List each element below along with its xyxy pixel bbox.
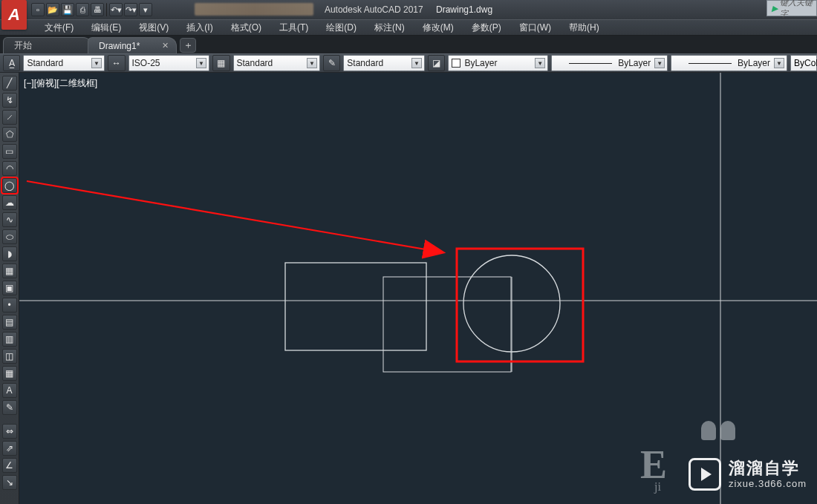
mleader-style-dropdown[interactable]: Standard ▼ [343,55,425,71]
tool-polygon[interactable]: ⬠ [2,127,17,142]
qat-open-icon[interactable]: 📂 [46,3,59,16]
linetype-dropdown[interactable]: ByLayer ▼ [551,55,668,71]
menu-modify[interactable]: 修改(M) [414,20,463,35]
menu-edit[interactable]: 编辑(E) [82,20,130,35]
tab-drawing1[interactable]: Drawing1* ✕ [88,37,177,53]
tab-label: Drawing1* [99,41,140,51]
qat-new-icon[interactable]: ▫ [31,3,45,16]
svg-rect-3 [383,277,511,372]
qat-more-icon[interactable]: ▾ [139,3,152,16]
tool-block-create[interactable]: ▣ [2,281,17,295]
drawing-svg [19,73,817,504]
tool-leader[interactable]: ↘ [2,475,17,490]
chevron-down-icon: ▼ [196,58,206,68]
menu-draw[interactable]: 绘图(D) [317,20,365,35]
close-icon[interactable]: ✕ [162,41,169,50]
app-name: Autodesk AutoCAD 2017 [325,4,423,15]
linetype-value: ByLayer [618,58,651,68]
tool-ellipse-arc[interactable]: ◗ [2,246,17,261]
tool-table[interactable]: ▦ [2,366,17,381]
tab-label: 开始 [14,39,32,52]
tool-hatch[interactable]: ▤ [2,315,17,330]
tool-circle[interactable]: ◯ [2,178,17,193]
mleader-style-value: Standard [347,58,383,68]
tool-distance[interactable]: ⇔ [2,424,17,439]
svg-line-7 [27,181,443,252]
window-title: Autodesk AutoCAD 2017 Drawing1.dwg [325,4,492,15]
menu-parametric[interactable]: 参数(P) [463,20,510,35]
qat-undo-icon[interactable]: ↶▾ [109,3,123,16]
tool-line[interactable]: ╱ [2,76,17,91]
text-style-icon[interactable]: A̲ [3,55,20,71]
lineweight-dropdown[interactable]: ByLayer ▼ [671,55,787,71]
color-swatch [452,59,460,68]
chevron-down-icon: ▼ [411,58,422,68]
tool-point[interactable]: • [2,298,17,312]
quick-access-toolbar: ▫ 📂 💾 ⎙ 🖶 ↶▾ ↷▾ ▾ [31,3,152,16]
svg-rect-6 [457,249,583,361]
table-style-value: Standard [237,58,273,68]
dim-style-dropdown[interactable]: ISO-25 ▼ [128,55,210,71]
app-logo[interactable]: A [1,0,27,30]
tool-dim-angular[interactable]: ∠ [2,458,17,473]
workspace: ╱↯⟋⬠▭◠◯☁∿⬭◗▦▣•▤▥◫▦A✎⇔⇗∠↘ [−][俯视][二维线框] [0,73,817,504]
tool-arc[interactable]: ◠ [2,161,17,176]
text-style-dropdown[interactable]: Standard ▼ [23,55,105,71]
watermark-title: 溜溜自学 [729,459,807,478]
text-style-value: Standard [27,58,63,68]
help-search-input[interactable]: ▶ 键入关键字 [766,0,817,16]
lineweight-value: ByLayer [738,58,770,68]
mleader-style-icon[interactable]: ✎ [323,55,340,71]
trailing-dropdown[interactable]: ByCol [790,55,817,71]
drawing-canvas[interactable]: [−][俯视][二维线框] E ji [19,73,817,504]
titlebar: A ▫ 📂 💾 ⎙ 🖶 ↶▾ ↷▾ ▾ Autodesk AutoCAD 201… [0,0,817,19]
tab-start[interactable]: 开始 [3,37,92,53]
qat-save-icon[interactable]: 💾 [61,3,74,16]
qat-saveas-icon[interactable]: ⎙ [76,3,89,16]
document-tabs: 开始 Drawing1* ✕ ＋ [0,36,817,53]
chevron-down-icon: ▼ [535,58,545,68]
tool-polyline[interactable]: ↯ [2,93,17,108]
menu-tools[interactable]: 工具(T) [270,20,317,35]
menu-insert[interactable]: 插入(I) [178,20,221,35]
tool-add-marker[interactable]: ✎ [2,400,17,415]
tool-mtext[interactable]: A [2,383,17,398]
tool-dim-aligned[interactable]: ⇗ [2,441,17,456]
tool-rectangle[interactable]: ▭ [2,144,17,159]
chevron-down-icon: ▼ [774,58,784,68]
layer-color-icon[interactable]: ◪ [428,55,445,71]
svg-rect-2 [285,263,426,350]
tool-ray[interactable]: ⟋ [2,110,17,125]
qat-redo-icon[interactable]: ↷▾ [124,3,137,16]
chevron-down-icon: ▼ [307,58,317,68]
tool-spline[interactable]: ∿ [2,212,17,227]
qat-plot-icon[interactable]: 🖶 [91,3,104,16]
properties-bar: A̲ Standard ▼ ↔ ISO-25 ▼ ▦ Standard ▼ ✎ … [0,53,817,73]
layer-color-dropdown[interactable]: ByLayer ▼ [448,55,548,71]
table-style-dropdown[interactable]: Standard ▼ [233,55,320,71]
tool-block-insert[interactable]: ▦ [2,264,17,278]
tool-revcloud[interactable]: ☁ [2,195,17,210]
dim-style-value: ISO-25 [132,58,160,68]
menu-help[interactable]: 帮助(H) [560,20,608,35]
qat-separator [106,3,107,16]
menu-file[interactable]: 文件(F) [36,20,82,35]
document-name: Drawing1.dwg [436,4,492,15]
watermark-letter: E [640,442,667,488]
layer-color-value: ByLayer [464,58,497,68]
menu-dimension[interactable]: 标注(N) [365,20,414,35]
tool-ellipse[interactable]: ⬭ [2,229,17,244]
search-placeholder: 键入关键字 [780,0,816,19]
menu-format[interactable]: 格式(O) [222,20,270,35]
tool-gradient[interactable]: ▥ [2,332,17,347]
table-style-icon[interactable]: ▦ [212,55,230,71]
dim-style-icon[interactable]: ↔ [108,55,125,71]
search-arrow-icon: ▶ [772,4,778,13]
menu-window[interactable]: 窗口(W) [510,20,560,35]
watermark: 溜溜自学 zixue.3d66.com [689,458,807,491]
new-tab-button[interactable]: ＋ [180,38,196,53]
trailing-value: ByCol [794,58,817,68]
watermark-url: zixue.3d66.com [729,478,807,490]
tool-region[interactable]: ◫ [2,349,17,364]
menu-view[interactable]: 视图(V) [130,20,178,35]
